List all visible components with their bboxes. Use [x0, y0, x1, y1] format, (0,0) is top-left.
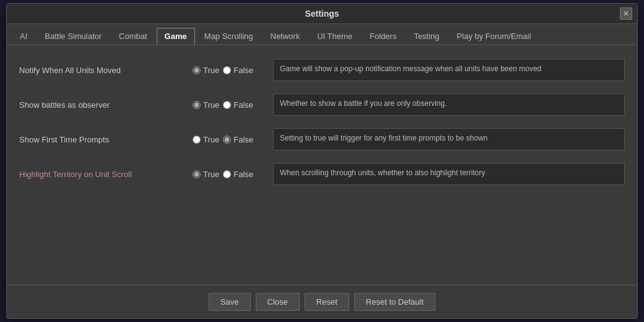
tab-folders[interactable]: Folders — [362, 28, 404, 45]
setting-label-1: Show battles as observer — [19, 100, 193, 110]
footer: Save Close Reset Reset to Default — [7, 285, 637, 318]
tab-play-by-forum[interactable]: Play by Forum/Email — [449, 28, 539, 45]
tab-ai[interactable]: AI — [12, 28, 35, 45]
radio-false-1[interactable] — [223, 101, 231, 109]
radio-true-label-2[interactable]: True — [193, 135, 219, 144]
setting-row-1: Show battles as observerTrueFalseWhether… — [19, 90, 625, 120]
setting-row-3: Highlight Territory on Unit ScrollTrueFa… — [19, 159, 625, 189]
description-0: Game will show a pop-up notification mes… — [273, 59, 625, 81]
radio-true-0[interactable] — [193, 66, 201, 74]
tab-testing[interactable]: Testing — [406, 28, 447, 45]
tab-ui-theme[interactable]: UI Theme — [309, 28, 360, 45]
radio-true-label-1[interactable]: True — [193, 100, 219, 110]
radio-group-0: TrueFalse — [193, 66, 267, 75]
radio-false-label-0[interactable]: False — [223, 66, 253, 75]
tab-combat[interactable]: Combat — [111, 28, 155, 45]
setting-label-3: Highlight Territory on Unit Scroll — [19, 170, 193, 179]
tab-game[interactable]: Game — [157, 28, 195, 45]
close-button[interactable]: Close — [256, 293, 300, 311]
setting-label-2: Show First Time Prompts — [19, 135, 193, 144]
radio-true-label-3[interactable]: True — [193, 170, 219, 179]
radio-false-label-2[interactable]: False — [223, 135, 253, 144]
radio-true-1[interactable] — [193, 101, 201, 109]
radio-true-label-0[interactable]: True — [193, 66, 219, 75]
radio-false-label-3[interactable]: False — [223, 170, 253, 179]
reset-button[interactable]: Reset — [305, 293, 349, 311]
tabs-container: AIBattle SimulatorCombatGameMap Scrollin… — [7, 24, 637, 45]
radio-true-3[interactable] — [193, 170, 201, 178]
title-bar: Settings ✕ — [7, 4, 637, 24]
setting-row-0: Notify When All Units MovedTrueFalseGame… — [19, 55, 625, 85]
radio-false-label-1[interactable]: False — [223, 100, 253, 110]
description-1: Whether to show a battle if you are only… — [273, 94, 625, 116]
radio-false-3[interactable] — [223, 170, 231, 178]
description-2: Setting to true will trigger for any fir… — [273, 128, 625, 150]
radio-group-2: TrueFalse — [193, 135, 267, 144]
tab-network[interactable]: Network — [263, 28, 308, 45]
reset-default-button[interactable]: Reset to Default — [354, 293, 435, 311]
radio-group-3: TrueFalse — [193, 170, 267, 179]
tab-battle-simulator[interactable]: Battle Simulator — [37, 28, 110, 45]
radio-group-1: TrueFalse — [193, 100, 267, 110]
setting-label-0: Notify When All Units Moved — [19, 66, 193, 75]
close-dialog-button[interactable]: ✕ — [620, 7, 632, 20]
save-button[interactable]: Save — [209, 293, 251, 311]
tab-map-scrolling[interactable]: Map Scrolling — [196, 28, 261, 45]
setting-row-2: Show First Time PromptsTrueFalseSetting … — [19, 124, 625, 154]
settings-content: Notify When All Units MovedTrueFalseGame… — [7, 45, 637, 285]
radio-false-0[interactable] — [223, 66, 231, 74]
radio-true-2[interactable] — [193, 136, 201, 144]
radio-false-2[interactable] — [223, 136, 231, 144]
description-3: When scrolling through units, whether to… — [273, 163, 625, 185]
dialog-title: Settings — [305, 9, 339, 19]
settings-dialog: Settings ✕ AIBattle SimulatorCombatGameM… — [6, 3, 638, 319]
